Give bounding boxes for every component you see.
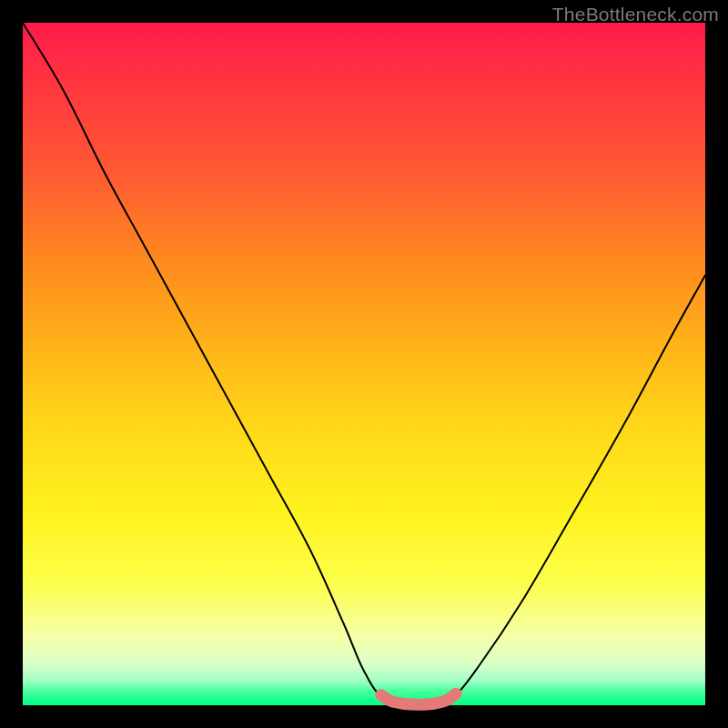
chart-frame: TheBottleneck.com [0, 0, 728, 728]
bottleneck-curve-path [23, 23, 705, 706]
chart-svg [23, 23, 705, 705]
plot-area [23, 23, 705, 705]
flat-zone-highlight-path [381, 693, 457, 704]
